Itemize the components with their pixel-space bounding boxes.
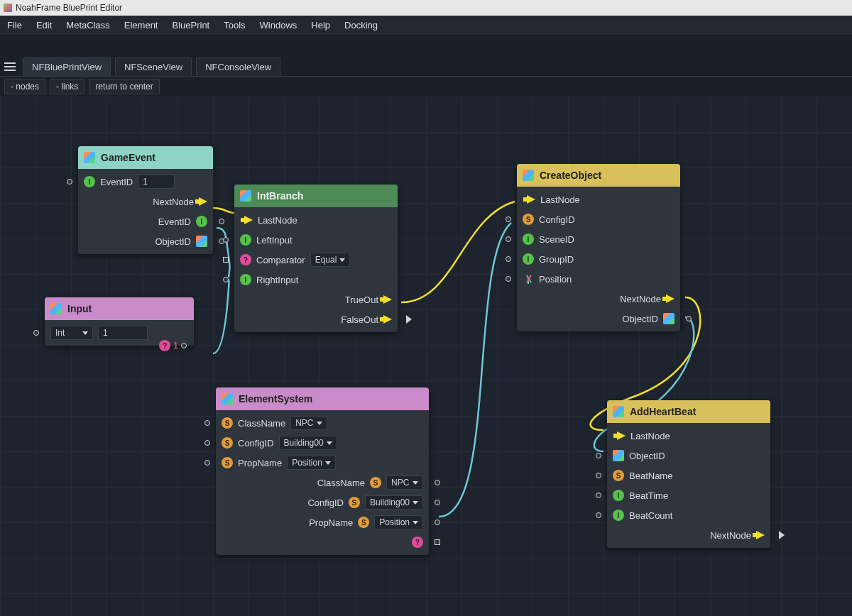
node-header[interactable]: AddHeartBeat (607, 400, 770, 423)
port-out[interactable] (435, 500, 440, 505)
pin-object-id[interactable]: ObjectID (607, 446, 770, 466)
pin-beat-count[interactable]: I BeatCount (607, 505, 770, 525)
port-in[interactable] (33, 330, 39, 336)
port-out[interactable] (219, 219, 224, 224)
pin-last-node[interactable]: LastNode (234, 210, 398, 230)
pin-config-id-out[interactable]: ConfigID S Building00 (216, 493, 429, 512)
port-in[interactable] (204, 440, 210, 446)
node-create-object[interactable]: CreateObject LastNode S ConfigID I Scene… (517, 164, 680, 331)
menu-docking[interactable]: Docking (344, 20, 378, 31)
config-id-select[interactable]: Building00 (279, 436, 337, 450)
pin-unknown-out[interactable]: ? (216, 532, 429, 552)
node-header[interactable]: CreateObject (517, 164, 680, 187)
pin-comparator[interactable]: ? Comparator Equal (234, 250, 398, 270)
pin-beat-name[interactable]: S BeatName (607, 466, 770, 485)
tab-blueprint-view[interactable]: NFBluePrintView (23, 57, 111, 76)
btn-minus-links[interactable]: - links (50, 79, 84, 94)
port-in[interactable] (596, 493, 601, 498)
port-in[interactable] (506, 236, 511, 242)
pin-scene-id[interactable]: I SceneID (517, 229, 680, 249)
chevron-down-icon (325, 461, 331, 465)
port-in[interactable] (204, 420, 210, 426)
canvas-toolbar: - nodes - links return to center (0, 77, 852, 97)
pin-false-out[interactable]: FalseOut (234, 309, 398, 329)
pin-last-node[interactable]: LastNode (607, 426, 770, 446)
pin-prop-name-out[interactable]: PropName S Position (216, 512, 429, 532)
btn-minus-nodes[interactable]: - nodes (4, 79, 45, 94)
pin-true-out[interactable]: TrueOut (234, 290, 398, 309)
node-game-event[interactable]: GameEvent I EventID 1 NextNode EventID I… (78, 146, 213, 254)
node-header[interactable]: GameEvent (78, 146, 213, 169)
pin-left-input[interactable]: I LeftInput (234, 230, 398, 250)
node-add-heartbeat[interactable]: AddHeartBeat LastNode ObjectID S BeatNam… (607, 400, 770, 548)
chevron-down-icon (82, 331, 88, 335)
node-input[interactable]: Input Int 1 ? 1 (45, 297, 194, 346)
menu-tools[interactable]: Tools (224, 20, 245, 31)
node-header[interactable]: Input (45, 297, 194, 320)
pin-object-id-out[interactable]: ObjectID (517, 309, 680, 329)
port-in[interactable] (596, 473, 601, 478)
pin-next-node[interactable]: NextNode (517, 289, 680, 309)
port-in[interactable] (596, 453, 601, 458)
menu-blueprint[interactable]: BluePrint (172, 20, 209, 31)
menu-windows[interactable]: Windows (260, 20, 297, 31)
node-header[interactable]: ElementSystem (216, 387, 429, 410)
pin-event-id-in[interactable]: I EventID 1 (78, 172, 213, 192)
port-in[interactable] (204, 460, 210, 466)
port-out[interactable] (181, 343, 187, 348)
port-in[interactable] (67, 179, 72, 185)
menu-element[interactable]: Element (124, 20, 158, 31)
pin-config-id[interactable]: S ConfigID Building00 (216, 433, 429, 453)
port-in[interactable] (596, 512, 601, 518)
port-in[interactable] (223, 237, 229, 243)
node-element-system[interactable]: ElementSystem S ClassName NPC S ConfigID… (216, 387, 429, 555)
menu-edit[interactable]: Edit (36, 20, 52, 31)
class-name-out-select[interactable]: NPC (386, 475, 423, 490)
port-out[interactable] (435, 519, 440, 525)
pin-right-input[interactable]: I RightInput (234, 270, 398, 290)
pin-group-id[interactable]: I GroupID (517, 249, 680, 269)
pin-beat-time[interactable]: I BeatTime (607, 485, 770, 505)
pin-position[interactable]: Position (517, 269, 680, 289)
menu-file[interactable]: File (7, 20, 22, 31)
class-name-select[interactable]: NPC (290, 416, 327, 430)
pin-config-id[interactable]: S ConfigID (517, 209, 680, 229)
port-in[interactable] (223, 257, 229, 263)
port-out[interactable] (435, 539, 440, 545)
menu-metaclass[interactable]: MetaClass (66, 20, 109, 31)
menu-help[interactable]: Help (311, 20, 330, 31)
pin-next-node[interactable]: NextNode (78, 192, 213, 211)
node-header[interactable]: IntBranch (234, 185, 398, 207)
port-out[interactable] (686, 316, 692, 321)
pin-last-node[interactable]: LastNode (517, 189, 680, 209)
event-id-value[interactable]: 1 (138, 175, 175, 189)
btn-return-center[interactable]: return to center (89, 79, 159, 94)
prop-name-select[interactable]: Position (287, 456, 336, 470)
port-in[interactable] (506, 256, 511, 262)
node-int-branch[interactable]: IntBranch LastNode I LeftInput ? Compara… (234, 185, 398, 332)
port-in[interactable] (223, 277, 229, 282)
exec-port-icon[interactable] (779, 531, 785, 539)
blueprint-canvas[interactable]: GameEvent I EventID 1 NextNode EventID I… (0, 97, 852, 616)
exec-port-icon[interactable] (406, 315, 412, 324)
tab-console-view[interactable]: NFConsoleView (196, 57, 280, 76)
string-pin-icon: S (222, 457, 233, 468)
tab-menu-icon[interactable] (4, 62, 16, 71)
string-pin-icon: S (349, 497, 360, 508)
input-value[interactable]: 1 (98, 326, 148, 340)
port-out[interactable] (435, 480, 440, 485)
type-select[interactable]: Int (50, 326, 93, 340)
comparator-select[interactable]: Equal (310, 253, 351, 267)
prop-name-out-select[interactable]: Position (374, 515, 423, 529)
menu-bar: File Edit MetaClass Element BluePrint To… (0, 16, 852, 35)
port-in[interactable] (506, 276, 511, 282)
config-id-out-select[interactable]: Building00 (365, 495, 423, 510)
pin-object-id-out[interactable]: ObjectID (78, 231, 213, 251)
pin-class-name-out[interactable]: ClassName S NPC (216, 473, 429, 493)
port-in[interactable] (506, 216, 511, 222)
pin-prop-name[interactable]: S PropName Position (216, 453, 429, 473)
pin-next-node[interactable]: NextNode (607, 525, 770, 545)
pin-class-name[interactable]: S ClassName NPC (216, 413, 429, 433)
tab-scene-view[interactable]: NFSceneView (115, 57, 192, 76)
pin-event-id-out[interactable]: EventID I (78, 211, 213, 231)
